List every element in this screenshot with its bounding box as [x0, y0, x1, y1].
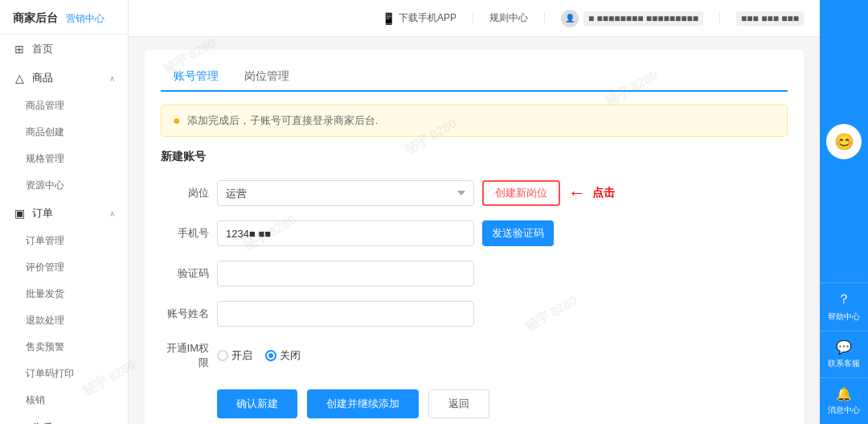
avatar: 👤	[561, 10, 579, 27]
name-input[interactable]	[217, 301, 474, 327]
position-label: 岗位	[161, 186, 209, 200]
contact-icon: 💬	[836, 340, 852, 355]
page-body: 账号管理 岗位管理 ● 添加完成后，子账号可直接登录商家后台. 新建账号 岗位 …	[129, 37, 820, 424]
name-label: 账号姓名	[161, 307, 209, 321]
sidebar-section-goods-label: 商品	[32, 71, 53, 85]
phone-icon: 📱	[382, 12, 395, 25]
order-arrow-icon: ∧	[109, 209, 115, 218]
header-user: 👤 ■ ■■■■■■■■ ■■■■■■■■■	[561, 10, 703, 27]
tabs: 账号管理 岗位管理	[161, 63, 788, 92]
form-footer: 确认新建 创建并继续添加 返回	[161, 389, 788, 418]
code-label: 验证码	[161, 266, 209, 281]
sidebar-section-aftersale[interactable]: ◫ 售后 ∧	[0, 414, 128, 424]
download-app-label: 下载手机APP	[399, 11, 457, 25]
tab-content: ● 添加完成后，子账号可直接登录商家后台. 新建账号 岗位 运营 创建新岗位 ←…	[161, 92, 788, 418]
im-close-radio[interactable]	[265, 350, 276, 361]
arrow-hint-text: 点击	[592, 186, 615, 200]
sidebar-item-review-manage[interactable]: 评价管理	[0, 254, 128, 281]
header-divider-2	[544, 12, 545, 25]
help-icon: ？	[837, 291, 850, 308]
message-center-label: 消息中心	[828, 405, 860, 416]
form-row-im: 开通IM权限 开启 关闭	[161, 341, 788, 370]
sidebar-item-order-qrcode[interactable]: 订单码打印	[0, 360, 128, 387]
sidebar-item-spec-manage[interactable]: 规格管理	[0, 146, 128, 172]
im-open-radio[interactable]	[217, 350, 228, 361]
im-option-close[interactable]: 关闭	[265, 348, 301, 363]
send-code-button[interactable]: 发送验证码	[482, 220, 554, 246]
user-info: ■ ■■■■■■■■ ■■■■■■■■■	[583, 11, 703, 26]
contact-service-button[interactable]: 💬 联系客服	[820, 331, 868, 377]
sidebar-item-sale-warning[interactable]: 售卖预警	[0, 334, 128, 360]
order-icon: ▣	[13, 207, 26, 220]
sidebar-section-goods[interactable]: △ 商品 ∧	[0, 64, 128, 93]
create-continue-button[interactable]: 创建并继续添加	[307, 389, 419, 418]
sidebar-item-home-label: 首页	[32, 42, 53, 56]
form-row-name: 账号姓名	[161, 301, 788, 327]
arrow-hint-container: ← 点击	[568, 183, 615, 204]
right-panel: 😊 ？ 帮助中心 💬 联系客服 🔔 消息中心	[820, 0, 868, 424]
sidebar-item-resource-center[interactable]: 资源中心	[0, 172, 128, 199]
home-icon: ⊞	[13, 43, 26, 56]
extra-info: ■■■ ■■■ ■■■	[736, 11, 804, 26]
sidebar-logo: 商家后台 营销中心	[0, 0, 128, 35]
message-center-button[interactable]: 🔔 消息中心	[820, 377, 868, 424]
help-center-button[interactable]: ？ 帮助中心	[820, 282, 868, 331]
goods-icon: △	[13, 72, 26, 84]
position-select-wrapper: 运营	[217, 180, 474, 206]
notice-bar: ● 添加完成后，子账号可直接登录商家后台.	[161, 105, 788, 137]
name-input-wrapper	[217, 301, 474, 327]
top-header: 📱 下载手机APP 规则中心 👤 ■ ■■■■■■■■ ■■■■■■■■■ ■■…	[129, 0, 820, 37]
main-content: 📱 下载手机APP 规则中心 👤 ■ ■■■■■■■■ ■■■■■■■■■ ■■…	[129, 0, 820, 424]
arrow-icon: ←	[568, 183, 586, 204]
header-divider-1	[473, 12, 473, 25]
right-panel-top: 😊	[826, 0, 862, 282]
sidebar-order-subitems: 订单管理 评价管理 批量发货 退款处理 售卖预警 订单码打印 核销	[0, 228, 128, 414]
sidebar-item-order-manage[interactable]: 订单管理	[0, 228, 128, 254]
create-position-button[interactable]: 创建新岗位	[482, 180, 560, 206]
im-open-label: 开启	[231, 348, 252, 363]
code-input[interactable]	[217, 261, 474, 286]
sidebar-item-goods-create[interactable]: 商品创建	[0, 119, 128, 146]
help-center-label: 帮助中心	[828, 311, 860, 323]
notice-icon: ●	[173, 113, 181, 128]
phone-input-wrapper	[217, 220, 474, 246]
sidebar-item-refund-process[interactable]: 退款处理	[0, 307, 128, 334]
sidebar-item-batch-ship[interactable]: 批量发货	[0, 281, 128, 307]
phone-input[interactable]	[217, 220, 474, 246]
sidebar-logo-title: 商家后台	[13, 11, 58, 26]
sidebar-item-goods-manage[interactable]: 商品管理	[0, 93, 128, 119]
im-label: 开通IM权限	[161, 341, 209, 370]
tab-position[interactable]: 岗位管理	[231, 63, 302, 92]
sidebar-item-home[interactable]: ⊞ 首页	[0, 35, 128, 64]
content-panel: 账号管理 岗位管理 ● 添加完成后，子账号可直接登录商家后台. 新建账号 岗位 …	[145, 50, 804, 424]
rules-center-label: 规则中心	[489, 11, 528, 25]
im-close-label: 关闭	[280, 348, 301, 363]
position-select[interactable]: 运营	[217, 180, 474, 206]
sidebar-section-aftersale-label: 售后	[32, 421, 53, 424]
sidebar-logo-sub: 营销中心	[66, 12, 104, 26]
sidebar-section-order-label: 订单	[32, 206, 53, 220]
sidebar: 商家后台 营销中心 ⊞ 首页 △ 商品 ∧ 商品管理 商品创建 规格管理 资源中…	[0, 0, 129, 424]
header-divider-3	[719, 12, 720, 25]
notice-text: 添加完成后，子账号可直接登录商家后台.	[187, 113, 379, 128]
tab-account[interactable]: 账号管理	[161, 63, 231, 92]
back-button[interactable]: 返回	[428, 389, 489, 418]
float-avatar: 😊	[826, 124, 862, 159]
sidebar-section-order[interactable]: ▣ 订单 ∧	[0, 199, 128, 228]
download-app-btn[interactable]: 📱 下载手机APP	[382, 11, 457, 25]
goods-arrow-icon: ∧	[109, 74, 115, 83]
confirm-create-button[interactable]: 确认新建	[217, 389, 297, 418]
form-title: 新建账号	[161, 150, 788, 164]
message-icon: 🔔	[836, 386, 852, 401]
sidebar-goods-subitems: 商品管理 商品创建 规格管理 资源中心	[0, 93, 128, 199]
rules-center-btn[interactable]: 规则中心	[489, 11, 528, 25]
form-row-position: 岗位 运营 创建新岗位 ← 点击	[161, 180, 788, 206]
form-row-code: 验证码	[161, 261, 788, 286]
im-option-open[interactable]: 开启	[217, 348, 252, 363]
code-input-wrapper	[217, 261, 474, 286]
im-radio-group: 开启 关闭	[217, 348, 301, 363]
sidebar-item-verification[interactable]: 核销	[0, 387, 128, 414]
phone-label: 手机号	[161, 226, 209, 241]
form-row-phone: 手机号 发送验证码	[161, 220, 788, 246]
contact-service-label: 联系客服	[828, 358, 860, 369]
